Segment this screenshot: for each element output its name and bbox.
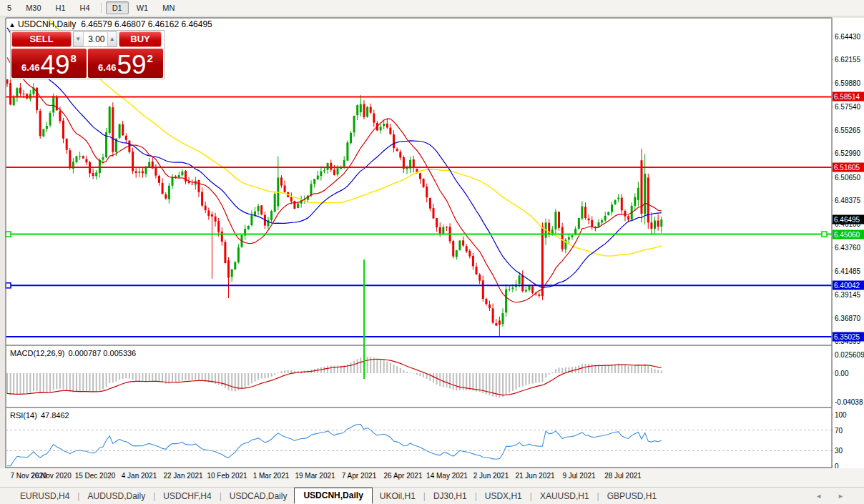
date-tick-label: 2 Jun 2021: [473, 472, 509, 480]
macd-indicator-label: MACD(12,26,9)0.000787 0.005336: [10, 349, 139, 357]
price-tick-label: 6.43760: [835, 243, 863, 252]
sell-price-display[interactable]: 6.46 49 8: [11, 49, 87, 78]
price-axis[interactable]: 6.644306.621556.598806.575406.552656.529…: [833, 18, 864, 468]
date-tick-label: 1 Mar 2021: [253, 472, 290, 480]
macd-axis-label: 0.025609: [835, 350, 863, 360]
volume-input[interactable]: [84, 32, 107, 46]
date-tick-label: 26 Nov 2020: [31, 472, 72, 480]
chart-tab-bar: EURUSD,H4|AUDUSD,Daily|USDCHF,H4|USDCAD,…: [0, 487, 864, 504]
buy-price-display[interactable]: 6.46 59 2: [88, 49, 163, 78]
buy-button[interactable]: BUY: [119, 31, 162, 47]
chart-marker-icon: ▲: [9, 21, 16, 29]
timeframe-button-5[interactable]: 5: [1, 1, 18, 14]
volume-decrease-button[interactable]: ▼: [74, 32, 84, 46]
date-tick-label: 10 Feb 2021: [207, 472, 247, 480]
volume-stepper: ▼ ▲: [73, 31, 117, 47]
sell-button[interactable]: SELL: [11, 31, 72, 47]
price-tick-label: 6.59880: [835, 78, 863, 87]
price-level-badge: 6.46495: [833, 215, 864, 224]
tab-scroll-left-icon[interactable]: ◄: [815, 493, 822, 500]
sell-price-big: 49: [40, 53, 69, 76]
date-tick-label: 9 Jul 2021: [562, 472, 595, 480]
chart-tab-xauusd[interactable]: XAUUSD,H1: [533, 489, 597, 503]
macd-axis-label: 0.00: [835, 369, 863, 378]
chart-tab-usdcad[interactable]: USDCAD,Daily: [222, 489, 295, 503]
date-tick-label: 4 Jan 2021: [122, 472, 157, 480]
rsi-axis-label: 30: [835, 446, 863, 455]
price-tick-label: 6.50650: [835, 172, 863, 182]
volume-increase-button[interactable]: ▲: [107, 32, 117, 46]
price-level-badge: 6.58514: [833, 92, 864, 102]
rsi-axis-label: 100: [835, 410, 863, 420]
chart-tab-dj30[interactable]: DJ30,H1: [426, 489, 474, 503]
price-level-badge: 6.51605: [833, 163, 864, 172]
timeframe-button-h1[interactable]: H1: [49, 1, 72, 14]
buy-price-big: 59: [117, 53, 146, 76]
chart-title: ▲ USDCNH,Daily 6.46579 6.46807 6.46162 6…: [9, 19, 212, 29]
price-tick-label: 6.41485: [835, 266, 863, 275]
chart-tab-usdcnh[interactable]: USDCNH,Daily: [294, 488, 372, 504]
price-tick-label: 6.64430: [835, 32, 863, 41]
timeframe-button-h4[interactable]: H4: [74, 1, 97, 14]
tab-scroll-arrows: ◄►: [815, 493, 844, 500]
timeframe-toolbar: 5M30H1H4D1W1MN: [0, 0, 864, 16]
price-tick-label: 6.39145: [835, 290, 863, 300]
sell-price-prefix: 6.46: [21, 62, 39, 73]
price-level-badge: 6.45060: [833, 229, 864, 239]
date-axis[interactable]: 7 Nov 202026 Nov 202015 Dec 20204 Jan 20…: [0, 468, 864, 487]
date-tick-label: 22 Jan 2021: [163, 472, 202, 480]
price-tick-label: 6.48375: [835, 196, 863, 205]
price-level-badge: 6.35025: [833, 332, 864, 341]
price-tick-label: 6.57540: [835, 102, 863, 112]
timeframe-button-mn[interactable]: MN: [156, 1, 181, 14]
price-tick-label: 6.55265: [835, 125, 863, 134]
chart-tab-usdchf[interactable]: USDCHF,H4: [156, 489, 218, 503]
date-tick-label: 7 Apr 2021: [342, 472, 376, 480]
timeframe-button-w1[interactable]: W1: [130, 1, 155, 14]
ohlc-values: 6.46579 6.46807 6.46162 6.46495: [81, 19, 212, 29]
one-click-trading-panel: SELL ▼ ▲ BUY 6.46 49 8 6.46 59 2: [10, 30, 165, 79]
date-tick-label: 21 Jun 2021: [515, 472, 554, 480]
chart-tab-gbpusd[interactable]: GBPUSD,H1: [600, 489, 664, 503]
mt4-window: 5M30H1H4D1W1MN ▲ USDCNH,Daily 6.46579 6.…: [0, 0, 864, 504]
toolbar-separator: [101, 3, 102, 13]
price-tick-label: 6.36870: [835, 313, 863, 322]
symbol-name: USDCNH,Daily: [18, 19, 76, 29]
chart-tab-usdx[interactable]: USDX,H1: [478, 489, 529, 503]
timeframe-button-m30[interactable]: M30: [19, 1, 47, 14]
date-tick-label: 15 Dec 2020: [75, 472, 116, 480]
sell-price-sup: 8: [71, 52, 77, 64]
date-tick-label: 26 Apr 2021: [384, 472, 423, 480]
buy-price-prefix: 6.46: [98, 62, 116, 73]
chart-tab-eurusd[interactable]: EURUSD,H4: [13, 489, 77, 503]
date-tick-label: 28 Jul 2021: [604, 472, 642, 480]
price-tick-label: 6.52990: [835, 149, 863, 158]
rsi-axis-label: 70: [835, 425, 863, 435]
rsi-indicator-label: RSI(14)47.8462: [10, 411, 73, 420]
tab-scroll-right-icon[interactable]: ►: [838, 493, 844, 500]
buy-price-sup: 2: [147, 52, 153, 64]
macd-axis-label: -0.04038: [835, 397, 863, 407]
date-tick-label: 19 Mar 2021: [295, 472, 335, 480]
chart-tab-audusd[interactable]: AUDUSD,Daily: [80, 489, 152, 503]
date-tick-label: 14 May 2021: [426, 472, 468, 480]
price-tick-label: 6.62155: [835, 55, 863, 64]
chart-tab-ukoil[interactable]: UKOil,H1: [373, 489, 423, 503]
timeframe-button-d1[interactable]: D1: [106, 1, 129, 14]
price-level-badge: 6.40042: [833, 281, 864, 290]
